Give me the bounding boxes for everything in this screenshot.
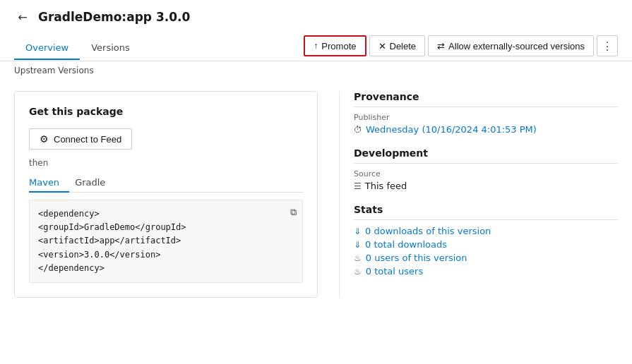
development-title: Development <box>354 147 618 164</box>
source-text: This feed <box>365 181 407 191</box>
delete-label: Delete <box>390 41 417 51</box>
allow-external-button[interactable]: ⇄ Allow externally-sourced versions <box>428 35 594 56</box>
source-label: Source <box>354 169 618 178</box>
more-icon: ⋮ <box>602 40 613 53</box>
users-total-icon: ♨ <box>354 267 362 277</box>
allow-external-label: Allow externally-sourced versions <box>448 41 585 51</box>
main-tabs: Overview Versions <box>14 37 141 59</box>
publisher-label: Publisher <box>354 113 618 122</box>
download-icon: ⇓ <box>354 226 361 236</box>
tab-maven[interactable]: Maven <box>29 174 69 193</box>
get-package-card: Get this package ⚙ Connect to Feed then … <box>14 91 318 298</box>
content-area: Get this package ⚙ Connect to Feed then … <box>0 83 632 306</box>
publisher-date: Wednesday (10/16/2024 4:01:53 PM) <box>366 124 537 135</box>
header: ← GradleDemo:app 3.0.0 <box>0 0 632 31</box>
allow-external-icon: ⇄ <box>437 41 445 51</box>
code-block: ⧉ <dependency> <groupId>GradleDemo</grou… <box>29 200 303 283</box>
back-button[interactable]: ← <box>14 8 31 25</box>
users-icon: ♨ <box>354 253 362 263</box>
delete-button[interactable]: ✕ Delete <box>369 35 426 56</box>
stat-total-users: ♨ 0 total users <box>354 266 618 277</box>
provenance-title: Provenance <box>354 91 618 107</box>
connect-icon: ⚙ <box>40 133 49 145</box>
connect-to-feed-button[interactable]: ⚙ Connect to Feed <box>29 128 132 150</box>
upstream-label: Upstream Versions <box>0 61 632 83</box>
connect-label: Connect to Feed <box>54 134 121 145</box>
publisher-value: ⏱ Wednesday (10/16/2024 4:01:53 PM) <box>354 124 618 135</box>
then-label: then <box>29 158 303 168</box>
tab-versions[interactable]: Versions <box>80 37 141 60</box>
stat-total-downloads: ⇓ 0 total downloads <box>354 239 618 250</box>
copy-icon[interactable]: ⧉ <box>290 206 297 221</box>
tab-gradle[interactable]: Gradle <box>75 174 115 193</box>
left-panel: Get this package ⚙ Connect to Feed then … <box>14 91 339 298</box>
download-total-icon: ⇓ <box>354 240 361 250</box>
clock-icon: ⏱ <box>354 125 362 135</box>
stat-users-version: ♨ 0 users of this version <box>354 253 618 263</box>
tab-overview[interactable]: Overview <box>14 37 80 60</box>
page-title: GradleDemo:app 3.0.0 <box>38 10 190 24</box>
stat-downloads-version: ⇓ 0 downloads of this version <box>354 226 618 236</box>
source-value: ☰ This feed <box>354 181 618 191</box>
development-section: Development Source ☰ This feed <box>354 147 618 191</box>
promote-button[interactable]: ↑ Promote <box>304 35 366 56</box>
right-panel: Provenance Publisher ⏱ Wednesday (10/16/… <box>339 91 618 298</box>
card-title: Get this package <box>29 106 303 117</box>
toolbar-actions: ↑ Promote ✕ Delete ⇄ Allow externally-so… <box>304 35 618 61</box>
delete-icon: ✕ <box>378 41 386 51</box>
more-options-button[interactable]: ⋮ <box>597 35 618 56</box>
promote-label: Promote <box>321 41 356 51</box>
promote-icon: ↑ <box>314 41 318 51</box>
feed-icon: ☰ <box>354 181 362 191</box>
provenance-section: Provenance Publisher ⏱ Wednesday (10/16/… <box>354 91 618 135</box>
stats-title: Stats <box>354 204 618 220</box>
code-tabs: Maven Gradle <box>29 174 303 193</box>
stats-section: Stats ⇓ 0 downloads of this version ⇓ 0 … <box>354 204 618 277</box>
toolbar-area: Overview Versions ↑ Promote ✕ Delete ⇄ A… <box>0 31 632 61</box>
code-content: <dependency> <groupId>GradleDemo</groupI… <box>38 207 294 275</box>
